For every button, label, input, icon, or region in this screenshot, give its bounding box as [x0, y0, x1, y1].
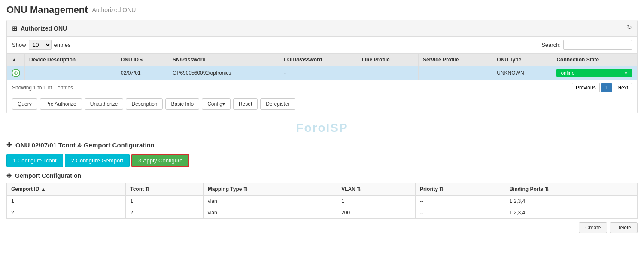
entries-select[interactable]: 10 25 50 100	[29, 40, 52, 50]
refresh-icon[interactable]: ↻	[627, 24, 632, 33]
pagination-controls: Previous 1 Next	[572, 83, 632, 92]
th-onu-type: ONU Type	[492, 54, 552, 66]
minimize-icon[interactable]: −	[619, 24, 623, 33]
row-line-profile	[357, 66, 419, 80]
binding-ports-2: 1,2,3,4	[505, 207, 638, 219]
row-device-description	[25, 66, 116, 80]
showing-text: Showing 1 to 1 of 1 entries	[12, 85, 73, 91]
th-connection-state: Connection State	[552, 54, 637, 66]
gemport-id-2: 2	[7, 207, 126, 219]
config-row-2: 2 2 vlan 200 -- 1,2,3,4	[7, 207, 638, 219]
th-onu-id: ONU ID ⇅	[116, 54, 168, 66]
query-button[interactable]: Query	[12, 98, 37, 110]
page-1-button[interactable]: 1	[601, 83, 612, 92]
previous-button[interactable]: Previous	[572, 83, 600, 92]
sub-section-header: ✤ Gemport Configuration	[6, 172, 638, 179]
panel-header-left: ⊞ Authorized ONU	[12, 25, 67, 32]
grid-icon: ⊞	[12, 25, 17, 32]
tcont-1: 1	[126, 196, 203, 207]
row-onu-id: 02/07/01	[116, 66, 168, 80]
vlan-2: 200	[337, 207, 416, 219]
entries-label: entries	[54, 42, 71, 48]
priority-sort: ⇅	[439, 186, 444, 192]
vlan-sort: ⇅	[357, 186, 361, 192]
panel-header-right: − ↻	[619, 24, 632, 33]
page-title: ONU Management	[6, 4, 88, 15]
mapping-sort: ⇅	[243, 186, 248, 192]
table-row[interactable]: ⊕ 02/07/01 OP6900560092/optronics - UNKN…	[7, 66, 637, 80]
th-loid-password: LOID/Password	[279, 54, 357, 66]
watermark: ForoISP	[6, 119, 638, 138]
binding-sort: ⇅	[545, 186, 549, 192]
deregister-button[interactable]: Deregister	[260, 98, 295, 110]
bottom-actions: Create Delete	[6, 219, 638, 237]
pre-authorize-button[interactable]: Pre Authorize	[40, 98, 82, 110]
sub-section-title: Gemport Configuration	[15, 172, 81, 179]
binding-ports-1: 1,2,3,4	[505, 196, 638, 207]
search-input[interactable]	[563, 40, 632, 50]
create-button[interactable]: Create	[579, 222, 607, 233]
th-device-description: Device Description	[25, 54, 116, 66]
th-sn-password: SN/Password	[168, 54, 279, 66]
tcont-2: 2	[126, 207, 203, 219]
show-entries: Show 10 25 50 100 entries	[12, 40, 71, 50]
th-vlan: VLAN ⇅	[337, 183, 416, 196]
online-badge: online ▼	[556, 69, 632, 77]
gemport-id-1: 1	[7, 196, 126, 207]
config-table: Gemport ID ▲ Tcont ⇅ Mapping Type ⇅ VLAN…	[6, 183, 638, 219]
basic-info-button[interactable]: Basic Info	[165, 98, 199, 110]
th-binding-ports: Binding Ports ⇅	[505, 183, 638, 196]
th-tcont: Tcont ⇅	[126, 183, 203, 196]
mapping-type-1: vlan	[203, 196, 337, 207]
tab-configure-gemport[interactable]: 2.Configure Gemport	[65, 154, 130, 167]
tab-row: 1.Configure Tcont 2.Configure Gemport 3.…	[6, 154, 638, 167]
tcont-sort: ⇅	[145, 186, 149, 192]
page-header: ONU Management Authorized ONU	[6, 4, 638, 15]
th-select: ▲	[7, 54, 25, 66]
row-service-profile	[418, 66, 492, 80]
search-label: Search:	[541, 42, 561, 48]
tab-configure-tcont[interactable]: 1.Configure Tcont	[6, 154, 63, 167]
config-button[interactable]: Config▾	[202, 98, 231, 110]
priority-2: --	[416, 207, 505, 219]
main-table: ▲ Device Description ONU ID ⇅ SN/Passwor…	[7, 53, 637, 80]
vlan-1: 1	[337, 196, 416, 207]
tab-apply-configure[interactable]: 3.Apply Configure	[131, 154, 189, 167]
panel-header: ⊞ Authorized ONU − ↻	[7, 20, 637, 37]
th-line-profile: Line Profile	[357, 54, 419, 66]
row-onu-type: UNKNOWN	[492, 66, 552, 80]
delete-button[interactable]: Delete	[610, 222, 638, 233]
section-header: ✤ ONU 02/07/01 Tcont & Gemport Configura…	[6, 138, 638, 150]
priority-1: --	[416, 196, 505, 207]
mapping-type-2: vlan	[203, 207, 337, 219]
action-buttons-row: Query Pre Authorize Unauthorize Descript…	[7, 95, 637, 113]
main-panel: ⊞ Authorized ONU − ↻ Show 10 25 50 100 e…	[6, 20, 638, 113]
page-container: ONU Management Authorized ONU ⊞ Authoriz…	[0, 0, 644, 241]
sub-puzzle-icon: ✤	[6, 172, 12, 179]
description-button[interactable]: Description	[126, 98, 163, 110]
sort-icon: ▲	[12, 57, 17, 63]
th-gemport-id: Gemport ID ▲	[7, 183, 126, 196]
unauthorize-button[interactable]: Unauthorize	[85, 98, 124, 110]
panel-title: Authorized ONU	[21, 25, 67, 32]
gemport-sort: ▲	[41, 186, 46, 192]
select-circle[interactable]: ⊕	[12, 69, 20, 77]
onu-id-sort: ⇅	[140, 59, 143, 62]
config-header-row: Gemport ID ▲ Tcont ⇅ Mapping Type ⇅ VLAN…	[7, 183, 638, 196]
show-label: Show	[12, 42, 26, 48]
row-connection-state: online ▼	[552, 66, 637, 80]
row-circle: ⊕	[7, 66, 25, 80]
config-row-1: 1 1 vlan 1 -- 1,2,3,4	[7, 196, 638, 207]
th-mapping-type: Mapping Type ⇅	[203, 183, 337, 196]
row-sn-password: OP6900560092/optronics	[168, 66, 279, 80]
section-title: ONU 02/07/01 Tcont & Gemport Configurati…	[15, 141, 155, 149]
search-area: Search:	[541, 40, 632, 50]
page-subtitle: Authorized ONU	[92, 6, 136, 13]
puzzle-icon: ✤	[6, 141, 12, 149]
next-button[interactable]: Next	[614, 83, 632, 92]
pagination-row: Showing 1 to 1 of 1 entries Previous 1 N…	[7, 80, 637, 95]
reset-button[interactable]: Reset	[233, 98, 258, 110]
badge-arrow: ▼	[624, 71, 628, 76]
th-priority: Priority ⇅	[416, 183, 505, 196]
table-controls: Show 10 25 50 100 entries Search:	[7, 37, 637, 53]
